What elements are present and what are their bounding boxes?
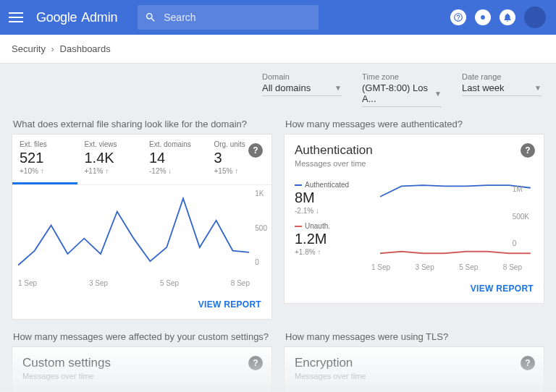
chart-authentication: 1M500K0 — [380, 181, 534, 260]
filter-timezone: Time zone (GMT-8:00) Los A...▼ — [362, 72, 442, 107]
avatar[interactable] — [524, 7, 546, 28]
card-subtitle: Messages over time — [295, 372, 534, 380]
notifications-icon[interactable] — [500, 9, 515, 25]
caret-down-icon: ▼ — [534, 84, 542, 92]
filter-domain: Domain All domains▼ — [262, 72, 342, 107]
view-report-link[interactable]: VIEW REPORT — [471, 284, 534, 294]
breadcrumb: Security › Dashboards — [0, 35, 556, 64]
breadcrumb-item[interactable]: Dashboards — [60, 43, 111, 54]
series-authenticated-label: Authenticated — [295, 181, 373, 189]
card-title: Authentication — [295, 143, 534, 158]
card-external-sharing: ? Ext. files 521 +10% Ext. views 1.4K +1… — [12, 134, 272, 320]
filter-range-select[interactable]: Last week▼ — [462, 82, 542, 96]
caret-down-icon: ▼ — [334, 84, 342, 92]
stat-ext-domains[interactable]: Ext. domains 14 -12% — [142, 135, 207, 184]
series-unauth-label: Unauth. — [295, 222, 373, 230]
app-header: Google Admin — [0, 0, 556, 35]
card-authentication: ? Authentication Messages over time Auth… — [284, 134, 544, 304]
filter-label: Domain — [262, 72, 342, 81]
card-custom-settings: ? Custom settings Messages over time — [12, 346, 272, 391]
help-icon[interactable]: ? — [521, 356, 535, 370]
filter-label: Time zone — [362, 72, 442, 81]
search-input[interactable] — [164, 12, 311, 23]
section-question: How many messages were affected by your … — [13, 331, 272, 342]
filter-range: Date range Last week▼ — [462, 72, 542, 107]
stats-row: Ext. files 521 +10% Ext. views 1.4K +11%… — [12, 135, 271, 185]
help-icon[interactable]: ? — [248, 143, 263, 158]
stat-ext-views[interactable]: Ext. views 1.4K +11% — [77, 135, 143, 184]
search-icon — [145, 11, 156, 24]
section-question: What does external file sharing look lik… — [13, 119, 272, 129]
card-subtitle: Messages over time — [295, 159, 534, 168]
content: Domain All domains▼ Time zone (GMT-8:00)… — [0, 64, 556, 391]
section-question: How many messages were using TLS? — [285, 331, 544, 342]
filter-timezone-select[interactable]: (GMT-8:00) Los A...▼ — [362, 82, 442, 107]
caret-down-icon: ▼ — [434, 90, 442, 98]
menu-icon[interactable] — [7, 9, 25, 26]
section-question: How many messages were authenticated? — [285, 119, 544, 129]
search-box[interactable] — [138, 5, 319, 30]
card-encryption: ? Encryption Messages over time — [284, 346, 544, 391]
header-icons — [450, 7, 546, 28]
filter-domain-select[interactable]: All domains▼ — [262, 82, 342, 96]
stat-org-units[interactable]: Org. units 3 +15% — [207, 135, 272, 184]
chart-ext-files: 1K5000 — [12, 185, 271, 279]
card-subtitle: Messages over time — [22, 372, 261, 380]
logo-google: Google — [36, 10, 77, 25]
breadcrumb-item[interactable]: Security — [12, 43, 46, 54]
help-icon[interactable]: ? — [521, 143, 535, 158]
help-icon[interactable] — [450, 9, 466, 25]
filters: Domain All domains▼ Time zone (GMT-8:00)… — [12, 72, 544, 107]
apps-icon[interactable] — [475, 9, 491, 25]
svg-point-0 — [481, 15, 485, 20]
logo-admin: Admin — [81, 10, 117, 25]
filter-label: Date range — [462, 72, 542, 81]
help-icon[interactable]: ? — [248, 356, 263, 370]
logo[interactable]: Google Admin — [36, 10, 117, 25]
chevron-right-icon: › — [51, 43, 54, 54]
view-report-link[interactable]: VIEW REPORT — [198, 299, 261, 310]
stat-ext-files[interactable]: Ext. files 521 +10% — [12, 135, 77, 184]
card-title: Encryption — [295, 356, 534, 370]
card-title: Custom settings — [22, 356, 261, 370]
